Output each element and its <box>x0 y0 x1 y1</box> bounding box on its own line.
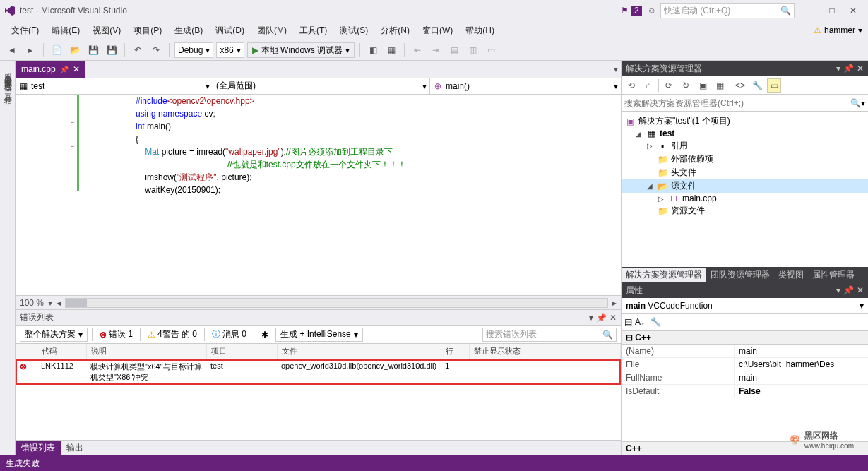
fold-toggle[interactable]: − <box>69 119 76 126</box>
property-object-select[interactable]: main main VCCodeFunctionVCCodeFunction ▾ <box>622 298 868 314</box>
preview-icon[interactable]: ▭ <box>767 78 781 93</box>
menu-file[interactable]: 文件(F) <box>6 23 44 39</box>
nav-scope-select[interactable]: (全局范围) ▾ <box>213 78 430 94</box>
show-all-icon[interactable]: ▦ <box>713 78 727 93</box>
panel-dropdown-icon[interactable]: ▾ <box>836 64 840 73</box>
solution-tree[interactable]: ▣解决方案"test"(1 个项目) ◢▦test ▷▪引用 📁外部依赖项 📁头… <box>622 112 868 267</box>
external-deps-node[interactable]: 📁外部依赖项 <box>622 153 868 166</box>
save-button[interactable]: 💾 <box>85 42 101 58</box>
panel-pin-icon[interactable]: 📌 <box>843 64 854 73</box>
code-content[interactable]: #include<opencv2\opencv.hpp> using names… <box>69 95 406 295</box>
user-dropdown-icon[interactable]: ▾ <box>858 25 862 35</box>
panel-pin-icon[interactable]: 📌 <box>596 313 607 323</box>
col-code[interactable]: 代码 <box>37 344 86 359</box>
prop-file[interactable]: Filec:\Users\bit_hammer\Des <box>622 358 868 371</box>
panel-close-icon[interactable]: ✕ <box>857 285 864 295</box>
categorize-icon[interactable]: ▤ <box>624 317 632 327</box>
file-main-cpp[interactable]: ▷++main.cpp <box>622 193 868 204</box>
document-tab-main[interactable]: main.cpp 📌 ✕ <box>16 61 85 78</box>
run-debugger-button[interactable]: ▶ 本地 Windows 调试器 ▾ <box>247 42 355 58</box>
zoom-dropdown-icon[interactable]: ▾ <box>48 298 52 308</box>
h-scrollbar[interactable] <box>65 298 608 308</box>
nav-member-select[interactable]: ⊕ main() ▾ <box>430 78 621 94</box>
code-icon[interactable]: <> <box>733 78 747 93</box>
solution-search[interactable]: 🔍 ▾ <box>622 95 868 112</box>
prop-fullname[interactable]: FullNamemain <box>622 371 868 385</box>
quick-launch-input[interactable]: 快速启动 (Ctrl+Q) 🔍 <box>660 3 795 18</box>
tab-solution-explorer[interactable]: 解决方案资源管理器 <box>622 268 706 282</box>
properties-icon[interactable]: 🔧 <box>750 78 764 93</box>
alpha-sort-icon[interactable]: A↓ <box>635 317 645 327</box>
code-editor[interactable]: − − #include<opencv2\opencv.hpp> using n… <box>16 95 621 295</box>
tab-output[interactable]: 输出 <box>61 441 89 455</box>
nav-back-button[interactable]: ◄ <box>4 42 20 58</box>
build-intellisense-select[interactable]: 生成 + IntelliSense▾ <box>275 328 363 342</box>
col-line[interactable]: 行 <box>441 344 469 359</box>
scroll-right-icon[interactable]: ▸ <box>612 298 617 308</box>
menu-analyze[interactable]: 分析(N) <box>375 23 415 39</box>
menu-team[interactable]: 团队(M) <box>251 23 292 39</box>
prop-isdefault[interactable]: IsDefaultFalse <box>622 385 868 398</box>
user-name[interactable]: hammer <box>824 25 855 35</box>
warnings-filter-button[interactable]: ⚠4警告 的 0 <box>145 328 200 342</box>
sync-icon[interactable]: ⟳ <box>662 78 676 93</box>
minimize-button[interactable]: — <box>800 3 821 18</box>
panel-close-icon[interactable]: ✕ <box>610 313 617 323</box>
nav-project-select[interactable]: ▦ test ▾ <box>16 78 213 94</box>
feedback-icon[interactable]: ☺ <box>648 6 656 16</box>
menu-build[interactable]: 生成(B) <box>169 23 208 39</box>
panel-dropdown-icon[interactable]: ▾ <box>836 285 840 295</box>
tab-close-icon[interactable]: ✕ <box>73 64 80 74</box>
col-project[interactable]: 项目 <box>206 344 277 359</box>
prop-name[interactable]: (Name)main <box>622 345 868 358</box>
property-category[interactable]: ⊟ C++ <box>622 330 868 345</box>
search-dropdown-icon[interactable]: ▾ <box>861 98 865 108</box>
pin-icon[interactable]: 📌 <box>60 66 69 73</box>
nav-fwd-button[interactable]: ▸ <box>23 42 38 58</box>
resource-files-node[interactable]: 📁资源文件 <box>622 204 868 217</box>
tab-dropdown-icon[interactable]: ▾ <box>614 64 618 74</box>
menu-debug[interactable]: 调试(D) <box>210 23 250 39</box>
menu-project[interactable]: 项目(P) <box>128 23 167 39</box>
refresh-icon[interactable]: ↻ <box>679 78 693 93</box>
menu-tools[interactable]: 工具(T) <box>294 23 333 39</box>
menu-test[interactable]: 测试(S) <box>334 23 374 39</box>
save-all-button[interactable]: 💾 <box>104 42 119 58</box>
platform-select[interactable]: x86▾ <box>216 42 244 58</box>
fold-toggle[interactable]: − <box>69 143 76 150</box>
panel-pin-icon[interactable]: 📌 <box>843 285 854 295</box>
tab-error-list[interactable]: 错误列表 <box>16 441 61 455</box>
config-select[interactable]: Debug▾ <box>174 42 213 58</box>
solution-root[interactable]: ▣解决方案"test"(1 个项目) <box>622 114 868 128</box>
headers-node[interactable]: 📁头文件 <box>622 166 868 179</box>
references-node[interactable]: ▷▪引用 <box>622 139 868 153</box>
notification-flag-icon[interactable]: ⚑ <box>621 6 629 16</box>
menu-window[interactable]: 窗口(W) <box>417 23 458 39</box>
tab-class-view[interactable]: 类视图 <box>774 268 808 282</box>
collapse-icon[interactable]: ▣ <box>696 78 710 93</box>
back-icon[interactable]: ⟲ <box>624 78 638 93</box>
wrench-icon[interactable]: 🔧 <box>650 317 661 327</box>
project-node[interactable]: ◢▦test <box>622 128 868 139</box>
toolbar-icon-1[interactable]: ◧ <box>365 42 381 58</box>
error-search-input[interactable]: 搜索错误列表🔍 <box>482 328 617 342</box>
toolbox-tab[interactable]: 工具箱 <box>0 83 15 96</box>
redo-button[interactable]: ↷ <box>148 42 164 58</box>
col-file[interactable]: 文件 <box>277 344 441 359</box>
error-scope-select[interactable]: 整个解决方案▾ <box>20 328 88 342</box>
col-desc[interactable]: 说明 <box>86 344 206 359</box>
filter-icon-button[interactable]: ✱ <box>258 328 271 342</box>
undo-button[interactable]: ↶ <box>130 42 145 58</box>
zoom-level[interactable]: 100 % <box>20 298 44 308</box>
comment-button[interactable]: ▤ <box>446 42 462 58</box>
panel-close-icon[interactable]: ✕ <box>857 64 864 73</box>
indent-more-button[interactable]: ⇥ <box>428 42 444 58</box>
scroll-left-icon[interactable]: ◂ <box>57 298 61 308</box>
menu-edit[interactable]: 编辑(E) <box>46 23 85 39</box>
messages-filter-button[interactable]: ⓘ消息 0 <box>209 328 249 342</box>
new-project-button[interactable]: 📄 <box>49 42 64 58</box>
tab-team-explorer[interactable]: 团队资源管理器 <box>706 268 774 282</box>
tab-property-manager[interactable]: 属性管理器 <box>808 268 859 282</box>
panel-dropdown-icon[interactable]: ▾ <box>589 313 593 323</box>
close-button[interactable]: ✕ <box>843 3 864 18</box>
